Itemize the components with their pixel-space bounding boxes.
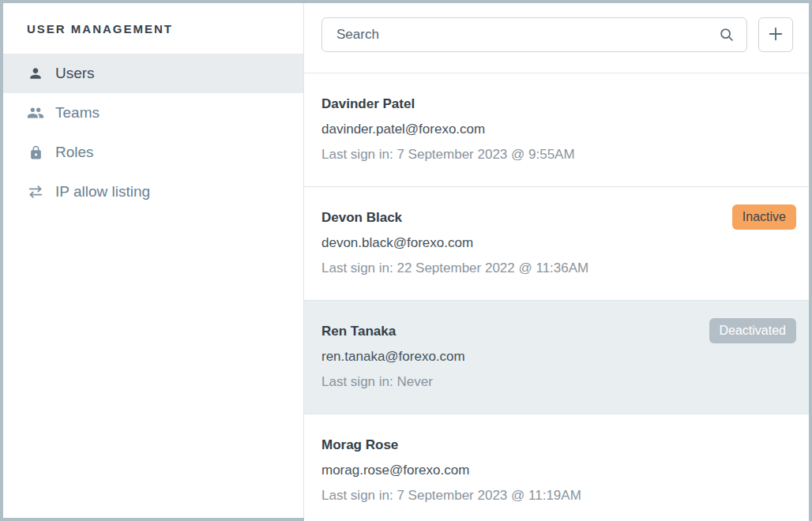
- user-last-sign-in: Last sign in: Never: [321, 373, 793, 390]
- user-row[interactable]: Morag Rose morag.rose@forexo.com Last si…: [304, 414, 809, 521]
- sidebar-item-users[interactable]: Users: [3, 54, 303, 93]
- add-user-button[interactable]: [758, 17, 793, 52]
- user-icon: [27, 65, 44, 82]
- lock-icon: [27, 144, 44, 161]
- search-box[interactable]: [321, 17, 747, 52]
- sidebar-item-roles[interactable]: Roles: [3, 133, 303, 172]
- sidebar-title: USER MANAGEMENT: [3, 3, 303, 54]
- plus-icon: [767, 25, 784, 45]
- search-icon: [718, 26, 735, 43]
- user-email: davinder.patel@forexo.com: [321, 121, 793, 137]
- user-name: Devon Black: [321, 209, 793, 226]
- main-panel: Davinder Patel davinder.patel@forexo.com…: [304, 3, 809, 518]
- user-email: devon.black@forexo.com: [321, 234, 793, 251]
- swap-arrows-icon: [27, 183, 44, 201]
- sidebar-item-label: Roles: [55, 144, 94, 161]
- user-last-sign-in: Last sign in: 7 September 2023 @ 9:55AM: [321, 146, 793, 163]
- user-row[interactable]: Davinder Patel davinder.patel@forexo.com…: [304, 73, 809, 186]
- user-management-window: USER MANAGEMENT Users Teams: [0, 0, 812, 521]
- user-name: Morag Rose: [321, 437, 793, 453]
- user-name: Davinder Patel: [321, 96, 793, 112]
- user-last-sign-in: Last sign in: 22 September 2022 @ 11:36A…: [321, 260, 793, 276]
- user-row[interactable]: Devon Black devon.black@forexo.com Last …: [304, 186, 809, 300]
- search-input[interactable]: [336, 27, 718, 43]
- people-icon: [27, 104, 44, 122]
- user-email: ren.tanaka@forexo.com: [321, 348, 793, 365]
- sidebar-item-label: Users: [55, 65, 95, 82]
- user-email: morag.rose@forexo.com: [321, 462, 793, 478]
- user-last-sign-in: Last sign in: 7 September 2023 @ 11:19AM: [321, 487, 793, 504]
- sidebar-item-label: IP allow listing: [55, 183, 150, 201]
- toolbar: [304, 3, 809, 73]
- user-list: Davinder Patel davinder.patel@forexo.com…: [304, 73, 809, 521]
- sidebar-item-ip-allow-listing[interactable]: IP allow listing: [3, 172, 303, 212]
- sidebar-item-teams[interactable]: Teams: [3, 93, 303, 133]
- status-badge: Deactivated: [709, 318, 797, 343]
- status-badge: Inactive: [732, 204, 796, 230]
- user-row[interactable]: Ren Tanaka ren.tanaka@forexo.com Last si…: [304, 300, 809, 414]
- sidebar-item-label: Teams: [55, 104, 100, 122]
- sidebar: USER MANAGEMENT Users Teams: [3, 3, 304, 518]
